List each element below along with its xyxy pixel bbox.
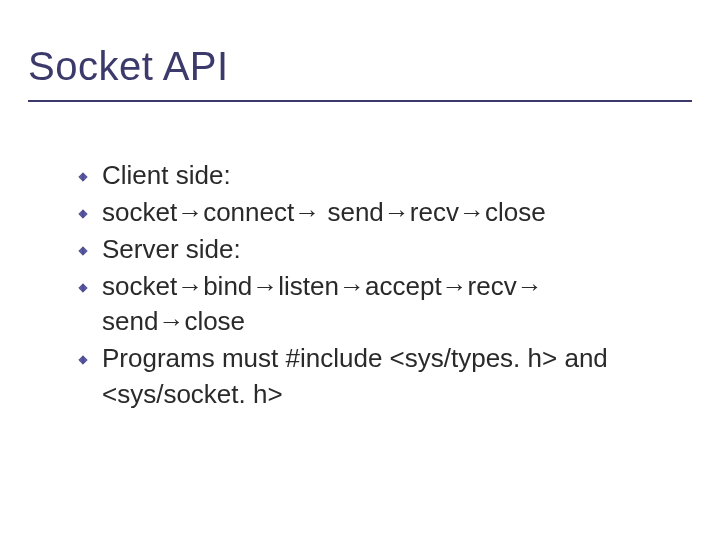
diamond-bullet-icon (78, 246, 88, 256)
list-item-text: Programs must #include <sys/types. h> an… (102, 343, 608, 408)
list-item: socket→connect→ send→recv→close (78, 195, 678, 230)
list-item-text: Server side: (102, 234, 241, 264)
list-item: Programs must #include <sys/types. h> an… (78, 341, 678, 411)
list-item: socket→bind→listen→accept→recv→ send→clo… (78, 269, 678, 339)
diamond-bullet-icon (78, 355, 88, 365)
slide-body: Client side: socket→connect→ send→recv→c… (78, 158, 678, 414)
list-item: Client side: (78, 158, 678, 193)
slide: Socket API Client side: socket→con (0, 0, 720, 540)
list-item-text: socket→bind→listen→accept→recv→ send→clo… (102, 271, 543, 336)
list-item-text: socket→connect→ send→recv→close (102, 197, 546, 227)
list-item: Server side: (78, 232, 678, 267)
slide-title: Socket API (28, 44, 229, 89)
title-underline (28, 100, 692, 102)
diamond-bullet-icon (78, 283, 88, 293)
diamond-bullet-icon (78, 172, 88, 182)
list-item-text: Client side: (102, 160, 231, 190)
diamond-bullet-icon (78, 209, 88, 219)
